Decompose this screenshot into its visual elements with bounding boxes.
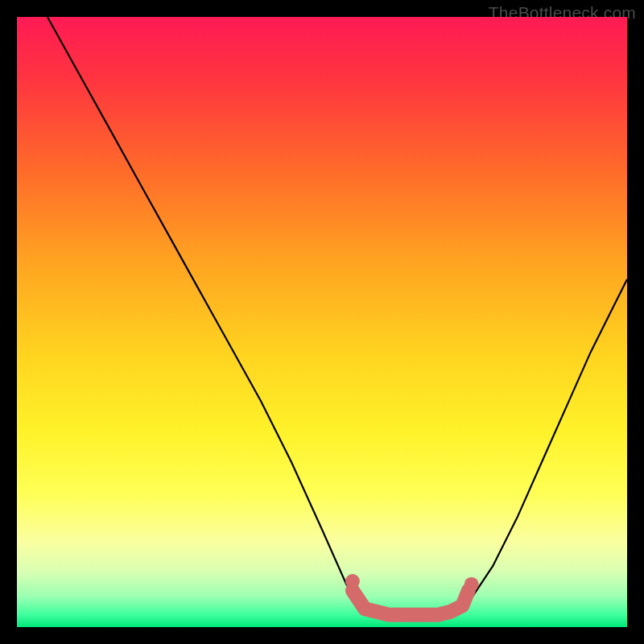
curve-layer (17, 17, 627, 627)
bottleneck-curve (47, 17, 627, 615)
plot-area (17, 17, 627, 627)
chart-frame: TheBottleneck.com (0, 0, 644, 644)
valley-marker-capsule (353, 591, 469, 615)
valley-marker-dot (464, 577, 479, 592)
valley-marker-group (345, 574, 479, 615)
valley-marker-dot (345, 574, 360, 588)
